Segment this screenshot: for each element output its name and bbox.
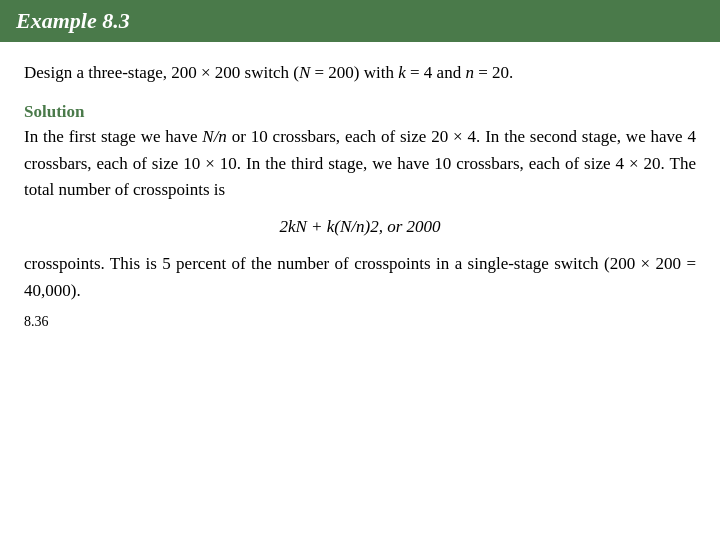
solution-label: Solution [24, 102, 696, 122]
solution-text: In the first stage we have N/n or 10 cro… [24, 124, 696, 203]
header-title: Example 8.3 [16, 8, 130, 34]
footer-text: crosspoints. This is 5 percent of the nu… [24, 251, 696, 304]
page-container: Example 8.3 Design a three-stage, 200 × … [0, 0, 720, 540]
page-number: 8.36 [24, 314, 696, 330]
formula-line: 2kN + k(N/n)2, or 2000 [24, 217, 696, 237]
header-bar: Example 8.3 [0, 0, 720, 42]
content-area: Design a three-stage, 200 × 200 switch (… [0, 42, 720, 540]
problem-statement: Design a three-stage, 200 × 200 switch (… [24, 60, 696, 86]
